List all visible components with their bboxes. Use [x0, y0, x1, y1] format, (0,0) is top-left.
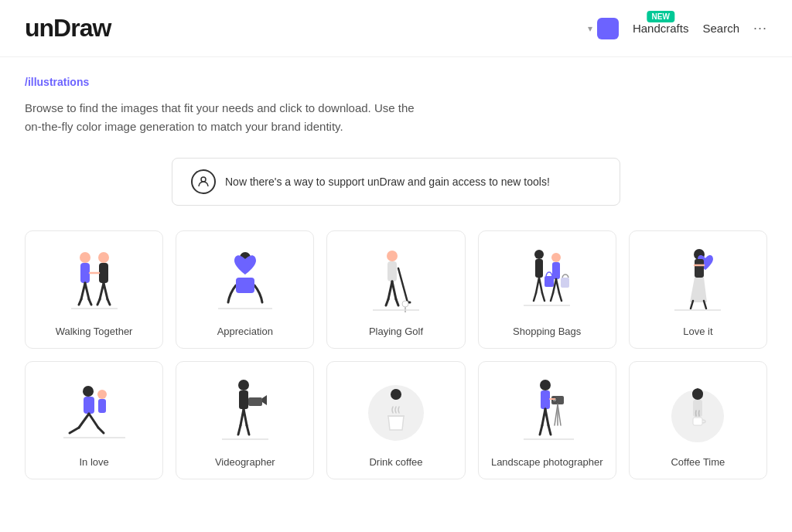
svg-rect-53	[98, 399, 106, 413]
card-label-drink-coffee: Drink coffee	[369, 456, 422, 468]
svg-point-1	[80, 252, 90, 263]
svg-rect-30	[535, 259, 543, 278]
svg-marker-62	[262, 395, 267, 405]
card-love-it[interactable]: Love it	[629, 230, 767, 349]
chevron-down-icon: ▾	[588, 23, 592, 34]
svg-point-69	[391, 389, 401, 400]
svg-line-39	[556, 279, 559, 293]
header-right: ▾ NEW Handcrafts Search ···	[588, 18, 767, 39]
svg-line-5	[79, 299, 81, 305]
illustration-videographer	[186, 377, 304, 447]
support-banner[interactable]: Now there's a way to support unDraw and …	[172, 158, 620, 206]
svg-line-57	[98, 428, 104, 433]
illustration-love-it	[639, 247, 757, 316]
card-videographer[interactable]: Videographer	[176, 361, 314, 479]
svg-line-81	[540, 425, 542, 435]
svg-point-18	[387, 251, 398, 261]
illustration-grid-row1: Walking Together Appreciation	[25, 230, 767, 349]
card-coffee-time[interactable]: Coffee Time	[629, 361, 767, 479]
card-in-love[interactable]: In love	[25, 361, 163, 479]
svg-line-80	[545, 409, 548, 425]
illustration-playing-golf	[336, 247, 455, 316]
illustration-in-love	[35, 377, 153, 447]
handcrafts-label: Handcrafts	[633, 22, 689, 35]
card-landscape-photographer[interactable]: Landscape photographer	[478, 361, 616, 479]
svg-rect-87	[693, 418, 702, 425]
svg-rect-35	[544, 276, 554, 287]
svg-line-6	[89, 299, 91, 305]
card-walking-together[interactable]: Walking Together	[25, 230, 163, 349]
svg-rect-86	[693, 400, 702, 417]
svg-line-33	[534, 293, 536, 301]
svg-point-29	[534, 250, 544, 259]
svg-rect-45	[695, 259, 704, 278]
svg-rect-16	[236, 278, 254, 293]
svg-line-12	[108, 299, 110, 305]
svg-line-65	[238, 425, 241, 435]
svg-line-25	[396, 299, 398, 305]
svg-rect-52	[84, 397, 94, 414]
more-button[interactable]: ···	[753, 20, 767, 36]
header: unDraw ▾ NEW Handcrafts Search ···	[0, 0, 792, 57]
svg-rect-8	[99, 263, 108, 283]
svg-line-34	[542, 293, 544, 301]
svg-rect-37	[552, 262, 560, 279]
breadcrumb: /illustrations	[25, 76, 767, 88]
card-label-landscape-photographer: Landscape photographer	[491, 456, 603, 468]
card-appreciation[interactable]: Appreciation	[176, 230, 314, 349]
card-label-coffee-time: Coffee Time	[671, 456, 725, 468]
illustration-shopping-bags	[488, 247, 606, 316]
card-label-in-love: In love	[79, 456, 108, 468]
svg-line-40	[551, 293, 553, 301]
svg-line-20	[398, 268, 408, 302]
svg-rect-72	[541, 390, 550, 409]
svg-line-82	[548, 425, 551, 435]
svg-point-0	[201, 177, 206, 182]
svg-rect-60	[239, 390, 248, 409]
svg-point-27	[402, 301, 408, 307]
support-icon	[191, 169, 216, 194]
svg-point-51	[97, 390, 107, 399]
color-picker-area[interactable]: ▾	[588, 18, 619, 39]
card-label-playing-golf: Playing Golf	[369, 326, 423, 337]
card-label-shopping-bags: Shopping Bags	[513, 326, 581, 337]
card-label-love-it: Love it	[683, 326, 712, 337]
illustration-landscape-photographer	[488, 377, 606, 447]
support-text: Now there's a way to support unDraw and …	[225, 176, 550, 188]
handcrafts-button[interactable]: NEW Handcrafts	[633, 22, 689, 35]
illustration-drink-coffee	[336, 377, 455, 447]
svg-line-54	[79, 414, 89, 428]
svg-line-10	[104, 283, 108, 299]
illustration-appreciation	[186, 247, 304, 316]
svg-point-7	[98, 252, 109, 263]
svg-point-71	[540, 380, 551, 390]
card-label-videographer: Videographer	[215, 456, 275, 468]
svg-line-4	[85, 283, 89, 299]
svg-point-50	[83, 386, 94, 397]
svg-line-64	[244, 409, 247, 425]
svg-rect-2	[80, 263, 90, 283]
illustration-coffee-time	[639, 377, 757, 447]
card-drink-coffee[interactable]: Drink coffee	[326, 361, 465, 479]
card-shopping-bags[interactable]: Shopping Bags	[478, 230, 616, 349]
svg-line-32	[539, 278, 542, 293]
svg-rect-19	[387, 261, 397, 281]
svg-line-41	[559, 293, 562, 301]
svg-line-66	[247, 425, 249, 435]
search-link[interactable]: Search	[702, 22, 739, 35]
illustration-walking-together	[35, 247, 153, 316]
color-swatch[interactable]	[597, 18, 619, 39]
logo[interactable]: unDraw	[25, 14, 111, 43]
illustration-grid-row2: In love Videographer	[25, 361, 767, 479]
svg-point-36	[551, 253, 561, 262]
svg-line-55	[89, 414, 98, 428]
svg-rect-61	[248, 397, 262, 406]
card-playing-golf[interactable]: Playing Golf	[326, 230, 465, 349]
new-badge: NEW	[647, 11, 674, 22]
description: Browse to find the images that fit your …	[25, 99, 427, 136]
header-left: unDraw	[25, 14, 111, 43]
card-label-walking-together: Walking Together	[56, 326, 133, 337]
svg-line-23	[392, 281, 396, 299]
svg-point-59	[238, 380, 249, 390]
svg-line-24	[386, 299, 388, 305]
